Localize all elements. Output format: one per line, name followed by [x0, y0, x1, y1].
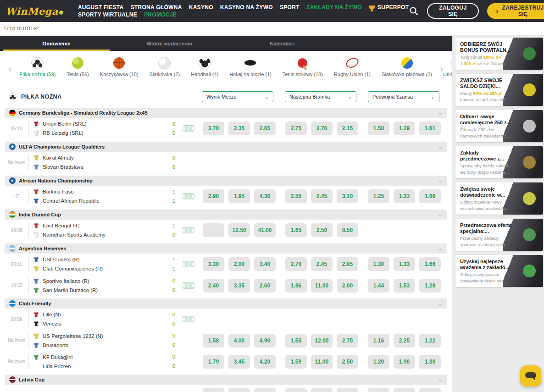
team-row[interactable]: Brusaporto — [33, 341, 171, 349]
team-row[interactable]: Liria Prizren — [33, 362, 171, 370]
odds-button[interactable]: 1.50 — [368, 121, 389, 135]
odds-button[interactable]: 3.40 — [254, 257, 276, 271]
odds-button[interactable]: 1.30 — [419, 355, 441, 369]
odds-button[interactable]: 11.00 — [311, 279, 333, 293]
team-row[interactable]: Club Comunicaciones (R) — [33, 265, 171, 273]
team-row[interactable]: Lille (N) — [33, 310, 171, 319]
team-row[interactable]: Slovan Bratislava — [33, 163, 171, 171]
filter-dropdown-następna-bramka[interactable]: Następna Bramka⌄ — [285, 91, 356, 102]
odds-button[interactable]: 3.45 — [228, 355, 250, 369]
odds-button[interactable]: 1.59 — [285, 355, 307, 369]
odds-button[interactable]: 4.20 — [254, 355, 276, 369]
team-row[interactable]: KF Dukagjini — [33, 353, 171, 361]
filter-dropdown-podwójna-szansa[interactable]: Podwójna Szansa⌄ — [368, 91, 439, 102]
team-row[interactable]: East Bengal FC — [33, 221, 171, 230]
sport-tenis-stołowy-18[interactable]: Tenis stołowy (18) — [283, 56, 323, 77]
odds-button[interactable]: 2.45 — [311, 257, 333, 271]
odds-button[interactable]: 1.66 — [419, 189, 441, 203]
odds-button[interactable]: 2.75 — [285, 121, 307, 135]
odds-button[interactable]: 1.33 — [394, 189, 415, 203]
odds-button[interactable]: 1.22 — [419, 334, 441, 348]
odds-button[interactable]: 1.79 — [203, 355, 224, 369]
league-header-uefa-champions-league-qualifiers[interactable]: UEFA Champions League Qualifiers⌄ — [5, 142, 447, 152]
team-row[interactable]: CSD Liniers (R) — [33, 255, 171, 264]
winmega-logo[interactable]: WinMega — [6, 6, 63, 17]
sport-koszykówka-10[interactable]: Koszykówka (10) — [100, 56, 139, 77]
team-row[interactable]: Kairat Almaty — [33, 154, 171, 162]
odds-button[interactable]: 2.50 — [311, 223, 333, 237]
odds-button[interactable]: 1.61 — [419, 121, 441, 135]
sport-tenis-56[interactable]: Tenis (56) — [67, 56, 89, 77]
odds-button[interactable]: 3.35 — [228, 279, 250, 293]
odds-button[interactable]: 2.75 — [337, 334, 358, 348]
league-header-germany-bundesliga-simulated-reality-league-2x45[interactable]: Germany Bundesliga - Simulated Reality L… — [5, 108, 447, 118]
odds-button[interactable]: 1.28 — [419, 279, 441, 293]
sport-rugby-union-1[interactable]: Rugby Union (1) — [334, 56, 371, 77]
odds-button[interactable]: 2.60 — [254, 279, 276, 293]
promo-banner[interactable]: ZWIĘKSZ SWOJE SALDO DZIĘKI...Mamy 50% do… — [455, 74, 543, 106]
team-row[interactable]: Namdhari Sports Academy — [33, 231, 171, 239]
odds-button[interactable]: 1.30 — [368, 257, 389, 271]
team-row[interactable]: San Martin Burzaco (R) — [33, 286, 171, 294]
odds-button[interactable]: 1.65 — [285, 223, 307, 237]
odds-button[interactable]: 2.15 — [337, 121, 358, 135]
odds-button[interactable]: 2.70 — [285, 257, 307, 271]
team-row[interactable]: Central African Republic — [33, 197, 171, 205]
search-icon[interactable] — [409, 6, 419, 16]
promo-banner[interactable]: Odbierz swoje comiesięczne 250 z...Zdobą… — [455, 110, 543, 142]
filter-dropdown-wynik-meczu[interactable]: Wynik Meczu⌄ — [202, 91, 273, 102]
team-row[interactable]: Union Berlin (SRL) — [33, 120, 171, 128]
chat-button[interactable] — [520, 365, 541, 386]
odds-button[interactable]: 1.29 — [394, 121, 415, 135]
team-row[interactable]: Burkina Faso — [33, 188, 171, 196]
nav-item-sporty-wirtualne[interactable]: SPORTY WIRTUALNE — [78, 11, 137, 18]
odds-button[interactable]: 2.25 — [394, 334, 415, 348]
sport-hokej-na-lodzie-1[interactable]: Hokej na lodzie (1) — [229, 56, 272, 77]
league-header-club-friendly[interactable]: Club Friendly⌄ — [5, 298, 447, 309]
odds-button[interactable]: 3.30 — [203, 257, 224, 271]
promo-banner[interactable]: Zwiększ swoje doświadczenie w...Odkryj z… — [455, 182, 543, 215]
odds-button[interactable]: 1.95 — [228, 189, 250, 203]
league-header-india-durand-cup[interactable]: India Durand Cup⌄ — [5, 210, 447, 220]
odds-button[interactable]: 3.10 — [337, 189, 358, 203]
nav-item-kasyno-na-żywo[interactable]: KASYNO NA ŻYWO — [220, 4, 273, 11]
odds-button[interactable]: 1.86 — [285, 279, 307, 293]
odds-button[interactable]: 1.20 — [368, 355, 389, 369]
odds-button[interactable]: 1.66 — [419, 257, 441, 271]
odds-button[interactable]: 3.70 — [203, 121, 224, 135]
odds-button[interactable]: 2.45 — [311, 189, 333, 203]
odds-button[interactable]: 4.90 — [254, 334, 276, 348]
odds-button[interactable]: 2.40 — [203, 279, 224, 293]
odds-button[interactable]: 2.00 — [337, 279, 358, 293]
odds-button[interactable]: 2.00 — [228, 257, 250, 271]
sport-siatkówka-2[interactable]: Siatkówka (2) — [150, 56, 180, 77]
odds-button[interactable]: 2.85 — [337, 257, 358, 271]
odds-button[interactable]: 2.65 — [254, 121, 276, 135]
team-row[interactable]: Venezia — [33, 320, 171, 328]
team-row[interactable]: RB Leipzig (SRL) — [33, 129, 171, 138]
sport-handball-4[interactable]: Handball (4) — [191, 56, 218, 77]
odds-button[interactable]: 1.90 — [394, 355, 415, 369]
carousel-next-icon[interactable]: › — [438, 65, 445, 73]
odds-button[interactable]: 12.00 — [311, 334, 333, 348]
team-row[interactable]: US Pergolettese 1932 (N) — [33, 331, 171, 340]
nav-item-sport[interactable]: SPORT — [280, 4, 300, 11]
register-button[interactable]: › ZAREJESTRUJ SIĘ — [487, 3, 544, 19]
team-row[interactable]: Sportivo Italiano (R) — [33, 276, 171, 285]
nav-item-august-fiesta[interactable]: AUGUST FIESTA — [78, 4, 124, 11]
odds-button[interactable]: 1.50 — [285, 334, 307, 348]
login-button[interactable]: ZALOGUJ SIĘ — [427, 3, 478, 19]
nav-item-promocje[interactable]: PROMOCJE — [144, 11, 177, 18]
promo-banner[interactable]: ODBIEERZ SWÓJ BONUS POWITALN...Twój bonu… — [455, 38, 543, 70]
nav-item-kasyno[interactable]: KASYNO — [189, 4, 213, 11]
league-header-latvia-cup[interactable]: Latvia Cup⌄ — [5, 375, 447, 385]
tab-kalendarz[interactable]: Kalendarz — [226, 36, 339, 51]
odds-button[interactable]: 4.30 — [254, 189, 276, 203]
promo-banner[interactable]: Przedmeczowa oferta specjalna:...Przenos… — [455, 219, 543, 251]
odds-button[interactable]: 4.00 — [228, 334, 250, 348]
sport-piłka-nożna-59[interactable]: Piłka nożna (59) — [19, 56, 56, 77]
promo-banner[interactable]: Zakłady przedmeczowe z...Spraw, aby każd… — [455, 146, 543, 178]
sport-siatkówka-plażowa-2[interactable]: Siatkówka plażowa (2) — [382, 56, 432, 77]
odds-button[interactable]: 1.16 — [368, 334, 389, 348]
odds-button[interactable]: 12.50 — [228, 223, 250, 237]
